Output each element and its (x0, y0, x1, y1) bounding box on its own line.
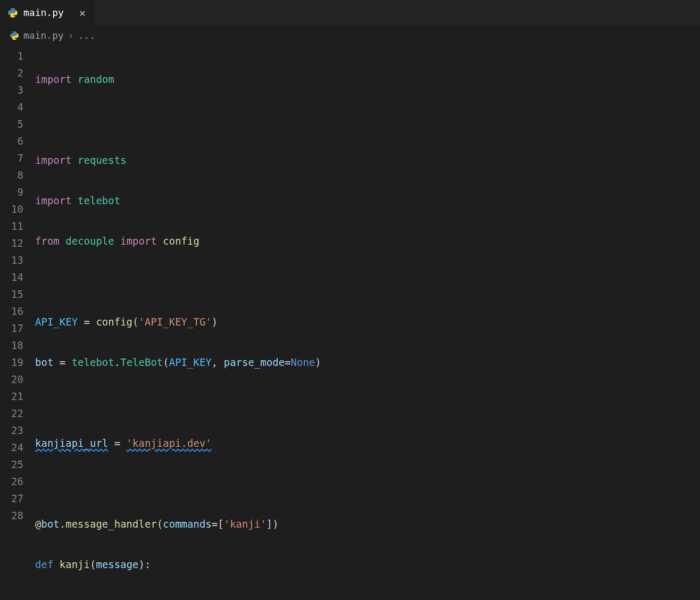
code-line[interactable]: API_KEY = config('API_KEY_TG') (35, 313, 700, 330)
line-number-gutter: 1 2 3 4 5 6 7 8 9 10 11 12 13 14 15 16 1… (0, 45, 35, 598)
code-line[interactable]: bot = telebot.TeleBot(API_KEY, parse_mod… (35, 354, 700, 371)
code-line[interactable]: import telebot (35, 192, 700, 209)
line-number: 7 (0, 149, 23, 166)
line-number: 27 (0, 490, 23, 507)
tab-title: main.py (23, 7, 64, 18)
line-number: 3 (0, 81, 23, 98)
code-area[interactable]: import random import requests import tel… (35, 45, 700, 598)
code-line[interactable]: def kanji(message): (35, 556, 700, 573)
line-number: 28 (0, 507, 23, 524)
code-line[interactable]: import requests (35, 152, 700, 169)
chevron-right-icon: › (68, 30, 74, 41)
line-number: 19 (0, 354, 23, 371)
line-number: 5 (0, 115, 23, 132)
line-number: 2 (0, 64, 23, 81)
line-number: 13 (0, 252, 23, 269)
line-number: 14 (0, 269, 23, 286)
line-number: 24 (0, 439, 23, 456)
line-number: 25 (0, 456, 23, 473)
code-line[interactable] (35, 475, 700, 492)
code-line[interactable] (35, 273, 700, 290)
tab-bar: main.py ✕ (0, 0, 700, 26)
code-line[interactable]: │ response = requests.get(f'https://{kan… (35, 596, 700, 600)
line-number: 4 (0, 98, 23, 115)
line-number: 11 (0, 218, 23, 235)
line-number: 16 (0, 303, 23, 320)
code-line[interactable]: @bot.message_handler(commands=['kanji']) (35, 515, 700, 532)
line-number: 15 (0, 286, 23, 303)
code-line[interactable]: kanjiapi_url = 'kanjiapi.dev' (35, 435, 700, 452)
line-number: 22 (0, 405, 23, 422)
line-number: 6 (0, 132, 23, 149)
line-number: 23 (0, 422, 23, 439)
code-line[interactable]: from decouple import config (35, 232, 700, 249)
code-line[interactable]: import random (35, 71, 700, 88)
code-line[interactable] (35, 111, 700, 128)
line-number: 18 (0, 337, 23, 354)
breadcrumb-file[interactable]: main.py (23, 30, 64, 41)
line-number: 17 (0, 320, 23, 337)
breadcrumbs[interactable]: main.py › ... (0, 26, 700, 45)
python-icon (10, 31, 19, 40)
editor[interactable]: 1 2 3 4 5 6 7 8 9 10 11 12 13 14 15 16 1… (0, 45, 700, 598)
python-icon (7, 7, 18, 18)
line-number: 26 (0, 473, 23, 490)
line-number: 20 (0, 371, 23, 388)
close-icon[interactable]: ✕ (77, 5, 88, 20)
line-number: 9 (0, 184, 23, 201)
line-number: 10 (0, 201, 23, 218)
breadcrumb-symbol[interactable]: ... (78, 30, 96, 41)
line-number: 8 (0, 166, 23, 184)
line-number: 1 (0, 47, 23, 64)
line-number: 21 (0, 388, 23, 405)
code-line[interactable] (35, 394, 700, 411)
line-number: 12 (0, 235, 23, 252)
tab-main-py[interactable]: main.py ✕ (0, 0, 96, 25)
